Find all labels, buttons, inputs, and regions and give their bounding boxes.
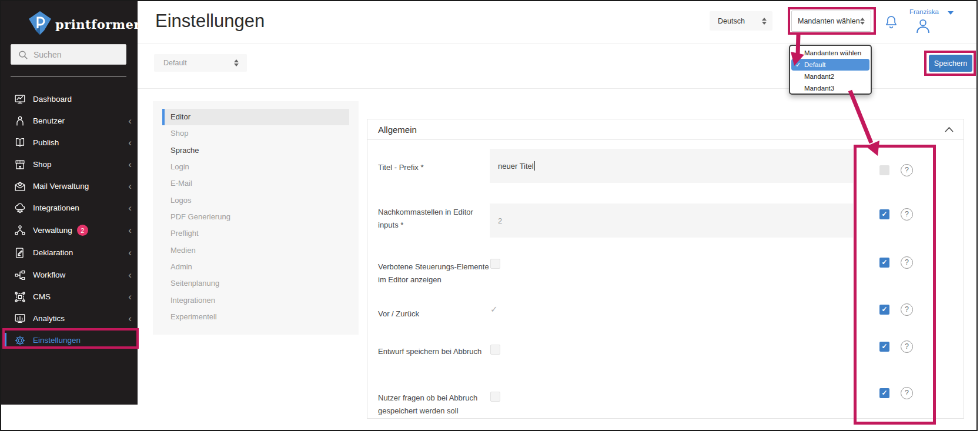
sidebar-item-verwaltung[interactable]: Verwaltung 2 ‹	[1, 219, 138, 241]
tenant-scope-select[interactable]: Default	[154, 54, 247, 72]
dropdown-item-mandant2[interactable]: Mandant2	[790, 71, 871, 82]
user-caret-down-icon[interactable]	[948, 11, 954, 15]
dropdown-item-mandanten-waehlen[interactable]: Mandanten wählen	[790, 47, 871, 59]
object-group-icon	[13, 290, 27, 304]
panel-header: Allgemein	[367, 119, 964, 140]
help-icon-row5[interactable]: ?	[901, 340, 913, 353]
sidebar-item-shop[interactable]: Shop ‹	[1, 153, 138, 175]
override-checkbox-row2[interactable]: ✓	[879, 209, 889, 219]
sidebar-item-label: Benutzer	[33, 116, 65, 125]
nachkommastellen-input[interactable]: 2	[490, 203, 853, 238]
settings-nav-item-editor[interactable]: Editor	[162, 109, 349, 125]
titel-prefix-input[interactable]: neuer Titel	[490, 149, 853, 183]
settings-nav-item-login[interactable]: Login	[162, 159, 349, 175]
field-label-nachkommastellen: Nachkommastellen in Editor inputs *	[378, 206, 493, 232]
sidebar-search[interactable]	[11, 44, 126, 65]
field-label-titel-prefix: Titel - Prefix *	[378, 161, 493, 174]
check-icon: ✓	[881, 305, 887, 313]
override-checkbox-row5[interactable]: ✓	[879, 342, 889, 352]
override-checkbox-row3[interactable]: ✓	[879, 258, 889, 268]
select-stepper-icon	[233, 59, 239, 67]
settings-nav-item-shop[interactable]: Shop	[162, 125, 349, 142]
settings-nav-item-medien[interactable]: Medien	[162, 242, 349, 259]
sidebar-item-label: Analytics	[33, 314, 65, 323]
override-checkbox-row6[interactable]: ✓	[879, 388, 889, 398]
sidebar-item-label: Mail Verwaltung	[33, 182, 89, 191]
settings-nav-item-experimentell[interactable]: Experimentell	[162, 309, 349, 325]
sidebar-item-label: Workflow	[33, 271, 65, 279]
settings-nav-item-preflight[interactable]: Preflight	[162, 225, 349, 242]
help-icon-row1[interactable]: ?	[901, 164, 913, 176]
settings-nav-item-seitenplanung[interactable]: Seitenplanung	[162, 275, 349, 292]
chevron-left-icon: ‹	[128, 315, 132, 323]
entwurf-speichern-checkbox[interactable]	[490, 345, 500, 355]
sidebar-item-deklaration[interactable]: Deklaration ‹	[1, 242, 138, 263]
verbotene-steuerung-checkbox[interactable]	[490, 259, 500, 269]
user-name[interactable]: Franziska	[909, 8, 939, 15]
check-icon: ✓	[795, 59, 801, 71]
sidebar-item-dashboard[interactable]: Dashboard	[1, 88, 138, 110]
vor-zurueck-checkmark[interactable]: ✓	[490, 304, 498, 315]
sidebar-item-einstellungen[interactable]: Einstellungen	[1, 329, 138, 351]
sidebar-item-cms[interactable]: CMS ‹	[1, 286, 138, 308]
tenant-scope-value: Default	[163, 59, 187, 67]
settings-nav-item-sprache[interactable]: Sprache	[162, 142, 349, 159]
sidebar-item-analytics[interactable]: Analytics ‹	[1, 308, 138, 329]
search-input[interactable]	[34, 45, 122, 64]
chevron-left-icon: ‹	[128, 226, 132, 235]
chevron-left-icon: ‹	[128, 293, 132, 301]
dropdown-item-default[interactable]: ✓Default	[791, 59, 869, 71]
dropdown-item-mandant3[interactable]: Mandant3	[790, 82, 871, 94]
sidebar-item-label: Shop	[33, 160, 52, 169]
sidebar-item-label: Dashboard	[33, 95, 72, 104]
nutzer-fragen-checkbox[interactable]	[490, 392, 500, 402]
org-network-icon	[13, 223, 27, 238]
collapse-chevron-up-icon[interactable]	[944, 126, 954, 133]
user-avatar-icon[interactable]	[914, 16, 932, 35]
help-icon-row2[interactable]: ?	[901, 208, 913, 221]
help-icon-row3[interactable]: ?	[901, 256, 913, 269]
help-icon-row6[interactable]: ?	[901, 387, 913, 399]
field-label-entwurf-speichern: Entwurf speichern bei Abbruch	[378, 345, 493, 358]
active-indicator-bar	[162, 109, 165, 125]
settings-nav-item-pdf-generierung[interactable]: PDF Generierung	[162, 209, 349, 225]
sidebar-item-label: Verwaltung	[33, 226, 72, 235]
sidebar-item-label: Publish	[33, 138, 59, 147]
text-cursor	[534, 161, 535, 171]
notification-bell-icon[interactable]	[883, 14, 899, 31]
sidebar-item-label: CMS	[33, 292, 51, 301]
sidebar-item-label: Deklaration	[33, 248, 73, 257]
sidebar-item-benutzer[interactable]: Benutzer ‹	[1, 110, 138, 132]
settings-nav-item-logos[interactable]: Logos	[162, 192, 349, 209]
sidebar-item-publish[interactable]: Publish ‹	[1, 132, 138, 153]
document-edit-icon	[13, 246, 27, 260]
select-stepper-icon	[859, 17, 865, 25]
header-divider	[138, 44, 976, 44]
tenant-select[interactable]: Mandanten wählen	[791, 11, 871, 32]
sidebar-item-integrationen[interactable]: Integrationen ‹	[1, 197, 138, 219]
sidebar-item-label: Integrationen	[33, 203, 79, 212]
save-button[interactable]: Speichern	[929, 55, 972, 72]
sidebar-item-mail-verwaltung[interactable]: Mail Verwaltung ‹	[1, 175, 138, 197]
printformer-wordmark: printformer	[55, 17, 141, 32]
help-icon-row4[interactable]: ?	[901, 303, 913, 316]
settings-nav-item-integrationen[interactable]: Integrationen	[162, 292, 349, 309]
override-checkbox-row1[interactable]	[879, 165, 889, 175]
settings-nav: Editor Shop Sprache Login E-Mail Logos P…	[153, 101, 359, 335]
settings-nav-item-admin[interactable]: Admin	[162, 259, 349, 275]
sidebar-item-workflow[interactable]: Workflow ‹	[1, 264, 138, 286]
sidebar-divider	[11, 76, 126, 77]
check-icon: ✓	[881, 342, 887, 350]
override-checkbox-row4[interactable]: ✓	[879, 305, 889, 315]
printformer-logo-icon	[28, 11, 52, 35]
language-select[interactable]: Deutsch	[710, 11, 772, 31]
cloud-icon	[13, 201, 27, 215]
field-label-verbotene-steuerung: Verbotene Steuerungs-Elemente im Editor …	[378, 261, 493, 286]
language-select-value: Deutsch	[718, 17, 745, 25]
active-indicator-bar	[5, 333, 6, 348]
chevron-left-icon: ‹	[128, 204, 132, 212]
settings-nav-item-email[interactable]: E-Mail	[162, 175, 349, 192]
tenant-select-value: Mandanten wählen	[798, 17, 860, 25]
chevron-left-icon: ‹	[128, 249, 132, 257]
gear-icon	[13, 333, 27, 348]
